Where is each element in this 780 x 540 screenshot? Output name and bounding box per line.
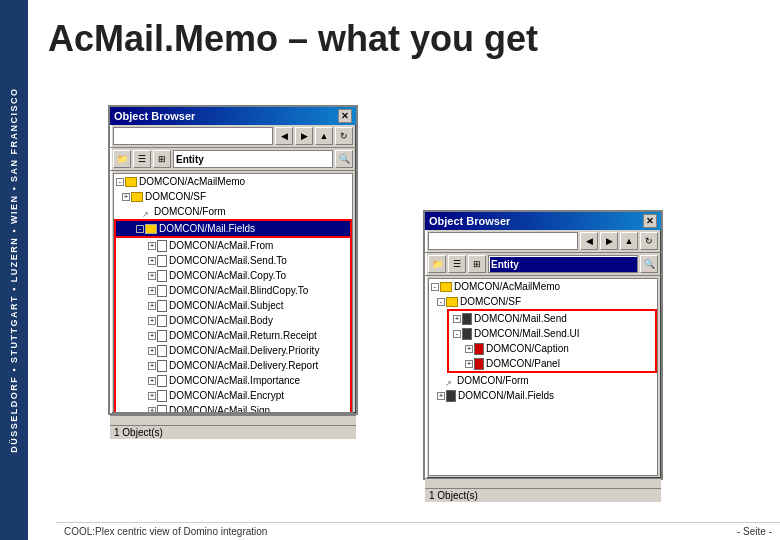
object-browser-1: Object Browser ✕ ◀ ▶ ▲ ↻ 📁 ☰ ⊞ Entity 🔍 … <box>108 105 358 415</box>
folder-icon <box>145 224 157 234</box>
expand-icon: + <box>148 257 156 265</box>
ob2-fwd-button[interactable]: ▶ <box>600 232 618 250</box>
file-icon <box>446 390 456 402</box>
file-icon <box>157 345 167 357</box>
ob1-fwd-button[interactable]: ▶ <box>295 127 313 145</box>
expand-icon: - <box>136 225 144 233</box>
tree-item[interactable]: ↗ DOMCON/Form <box>114 204 352 219</box>
ob2-tree[interactable]: - DOMCON/AcMailMemo - DOMCON/SF + DOMCON… <box>428 278 658 476</box>
highlighted-tree-group: + DOMCON/AcMail.From + DOMCON/AcMail.Sen… <box>114 238 352 413</box>
ob1-scrollbar[interactable] <box>110 415 356 425</box>
file-icon <box>157 270 167 282</box>
tree-item[interactable]: + DOMCON/Panel <box>449 356 655 371</box>
highlighted-tree-group-2: + DOMCON/Mail.Send - DOMCON/Mail.Send.UI… <box>447 309 657 373</box>
ob1-up-button[interactable]: ▲ <box>315 127 333 145</box>
ob1-titlebar: Object Browser ✕ <box>110 107 356 125</box>
tree-item[interactable]: + DOMCON/SF <box>114 189 352 204</box>
file-icon <box>157 360 167 372</box>
ob1-search-btn[interactable]: 🔍 <box>335 150 353 168</box>
arrow-icon: ↗ <box>445 376 455 386</box>
expand-icon: + <box>148 392 156 400</box>
ob1-close-button[interactable]: ✕ <box>338 109 352 123</box>
ob2-folder-btn[interactable]: 📁 <box>428 255 446 273</box>
object-browser-2: Object Browser ✕ ◀ ▶ ▲ ↻ 📁 ☰ ⊞ Entity 🔍 … <box>423 210 663 480</box>
ob1-search-input[interactable] <box>113 127 273 145</box>
expand-icon: + <box>148 332 156 340</box>
tree-item[interactable]: + DOMCON/AcMail.Body <box>116 313 350 328</box>
tree-item[interactable]: + DOMCON/AcMail.From <box>116 238 350 253</box>
ob2-entity-field[interactable]: Entity <box>488 255 638 273</box>
tree-item[interactable]: - DOMCON/Mail.Fields <box>114 219 352 238</box>
tree-item[interactable]: + DOMCON/AcMail.Encrypt <box>116 388 350 403</box>
tree-item[interactable]: + DOMCON/Mail.Fields <box>429 388 657 403</box>
ob2-search-input[interactable] <box>428 232 578 250</box>
ob2-up-button[interactable]: ▲ <box>620 232 638 250</box>
footer-right: - Seite - <box>737 526 772 537</box>
ob2-list-btn[interactable]: ☰ <box>448 255 466 273</box>
arrow-icon: ↗ <box>142 207 152 217</box>
expand-icon: + <box>453 315 461 323</box>
ob2-search-btn[interactable]: 🔍 <box>640 255 658 273</box>
tree-item[interactable]: + DOMCON/AcMail.Importance <box>116 373 350 388</box>
page-title: AcMail.Memo – what you get <box>28 0 780 70</box>
file-icon <box>157 240 167 252</box>
tree-item[interactable]: + DOMCON/AcMail.BlindCopy.To <box>116 283 350 298</box>
expand-icon: - <box>437 298 445 306</box>
ob2-scrollbar[interactable] <box>425 478 661 488</box>
ob1-back-button[interactable]: ◀ <box>275 127 293 145</box>
tree-item[interactable]: - DOMCON/AcMailMemo <box>114 174 352 189</box>
tree-item[interactable]: + DOMCON/AcMail.Copy.To <box>116 268 350 283</box>
ob2-close-button[interactable]: ✕ <box>643 214 657 228</box>
folder-icon <box>440 282 452 292</box>
ob1-title: Object Browser <box>114 110 195 122</box>
ob1-icon-btn[interactable]: ⊞ <box>153 150 171 168</box>
footer: COOL:Plex centric view of Domino integra… <box>56 522 780 540</box>
ob2-icon-btn[interactable]: ⊞ <box>468 255 486 273</box>
expand-icon: + <box>148 287 156 295</box>
tree-item[interactable]: - DOMCON/SF <box>429 294 657 309</box>
ob1-entity-field[interactable]: Entity <box>173 150 333 168</box>
file-icon <box>157 315 167 327</box>
tree-item[interactable]: + DOMCON/AcMail.Send.To <box>116 253 350 268</box>
tree-item[interactable]: + DOMCON/AcMail.Subject <box>116 298 350 313</box>
tree-item[interactable]: - DOMCON/AcMailMemo <box>429 279 657 294</box>
folder-icon <box>125 177 137 187</box>
tree-item[interactable]: + DOMCON/Mail.Send <box>449 311 655 326</box>
ob1-entity-row: 📁 ☰ ⊞ Entity 🔍 <box>110 148 356 171</box>
file-icon <box>462 313 472 325</box>
ob1-status: 1 Object(s) <box>114 427 163 438</box>
file-icon <box>462 328 472 340</box>
expand-icon: + <box>437 392 445 400</box>
ob1-tree[interactable]: - DOMCON/AcMailMemo + DOMCON/SF ↗ DOMCON… <box>113 173 353 413</box>
tree-item[interactable]: + DOMCON/AcMail.Return.Receipt <box>116 328 350 343</box>
tree-item[interactable]: + DOMCON/AcMail.Delivery.Priority <box>116 343 350 358</box>
expand-icon: - <box>453 330 461 338</box>
ob1-list-btn[interactable]: ☰ <box>133 150 151 168</box>
ob2-statusbar: 1 Object(s) <box>425 488 661 502</box>
ob1-refresh-button[interactable]: ↻ <box>335 127 353 145</box>
tree-item[interactable]: - DOMCON/Mail.Send.UI <box>449 326 655 341</box>
ob2-status: 1 Object(s) <box>429 490 478 501</box>
ob2-refresh-button[interactable]: ↻ <box>640 232 658 250</box>
expand-icon: - <box>116 178 124 186</box>
expand-icon: + <box>122 193 130 201</box>
expand-icon: + <box>148 377 156 385</box>
expand-icon: - <box>431 283 439 291</box>
ob2-entity-row: 📁 ☰ ⊞ Entity 🔍 <box>425 253 661 276</box>
tree-item[interactable]: + DOMCON/AcMail.Sign <box>116 403 350 413</box>
ob1-folder-btn[interactable]: 📁 <box>113 150 131 168</box>
expand-icon: + <box>148 362 156 370</box>
folder-icon <box>131 192 143 202</box>
expand-icon: + <box>148 302 156 310</box>
file-icon <box>157 390 167 402</box>
tree-item[interactable]: + DOMCON/AcMail.Delivery.Report <box>116 358 350 373</box>
expand-icon: + <box>148 242 156 250</box>
tree-item[interactable]: ↗ DOMCON/Form <box>429 373 657 388</box>
file-icon <box>157 375 167 387</box>
expand-icon: + <box>148 317 156 325</box>
tree-item[interactable]: + DOMCON/Caption <box>449 341 655 356</box>
ob1-toolbar: ◀ ▶ ▲ ↻ <box>110 125 356 148</box>
ob1-statusbar: 1 Object(s) <box>110 425 356 439</box>
ob2-back-button[interactable]: ◀ <box>580 232 598 250</box>
file-icon <box>157 285 167 297</box>
